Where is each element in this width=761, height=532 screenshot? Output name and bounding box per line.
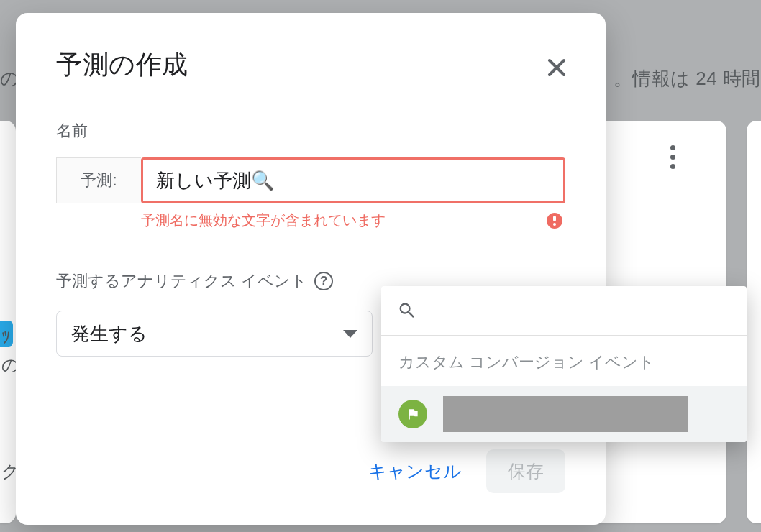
conversion-flag-icon bbox=[398, 400, 427, 428]
create-prediction-modal: 予測の作成 名前 予測: 予測名に無効な文字が含まれています 予測するアナリティ… bbox=[16, 13, 606, 525]
name-label: 名前 bbox=[56, 120, 565, 142]
popover-section-header: カスタム コンバージョン イベント bbox=[381, 336, 747, 386]
close-button[interactable] bbox=[537, 47, 577, 88]
name-error-text: 予測名に無効な文字が含まれています bbox=[141, 211, 547, 230]
event-option[interactable] bbox=[381, 386, 747, 442]
error-icon bbox=[547, 213, 562, 229]
overflow-menu-button[interactable] bbox=[662, 142, 683, 171]
chevron-down-icon bbox=[343, 330, 357, 338]
event-picker-popover: カスタム コンバージョン イベント bbox=[381, 286, 747, 442]
event-search-input[interactable] bbox=[427, 301, 731, 320]
event-occurrence-select[interactable]: 発生する bbox=[56, 311, 373, 357]
background-text-right: 。情報は 24 時間 bbox=[614, 66, 761, 91]
modal-title: 予測の作成 bbox=[56, 47, 565, 83]
name-prefix: 予測: bbox=[56, 157, 141, 203]
event-label: 予測するアナリティクス イベント bbox=[56, 270, 307, 292]
event-option-label-redacted bbox=[443, 396, 688, 432]
svg-rect-0 bbox=[553, 216, 556, 221]
save-button[interactable]: 保存 bbox=[486, 449, 565, 493]
svg-rect-1 bbox=[553, 223, 556, 226]
background-text-fragment: ﾂ bbox=[1, 328, 10, 348]
help-icon[interactable]: ? bbox=[314, 272, 333, 290]
close-icon bbox=[546, 57, 568, 78]
name-error-row: 予測名に無効な文字が含まれています bbox=[56, 211, 565, 230]
background-card-right bbox=[747, 121, 761, 523]
name-input[interactable] bbox=[141, 157, 565, 203]
cancel-button[interactable]: キャンセル bbox=[368, 459, 462, 483]
event-search-row bbox=[381, 286, 747, 336]
modal-actions: キャンセル 保存 bbox=[368, 449, 565, 493]
name-field-row: 予測: bbox=[56, 157, 565, 203]
search-icon bbox=[397, 301, 417, 321]
select-value: 発生する bbox=[71, 321, 147, 347]
